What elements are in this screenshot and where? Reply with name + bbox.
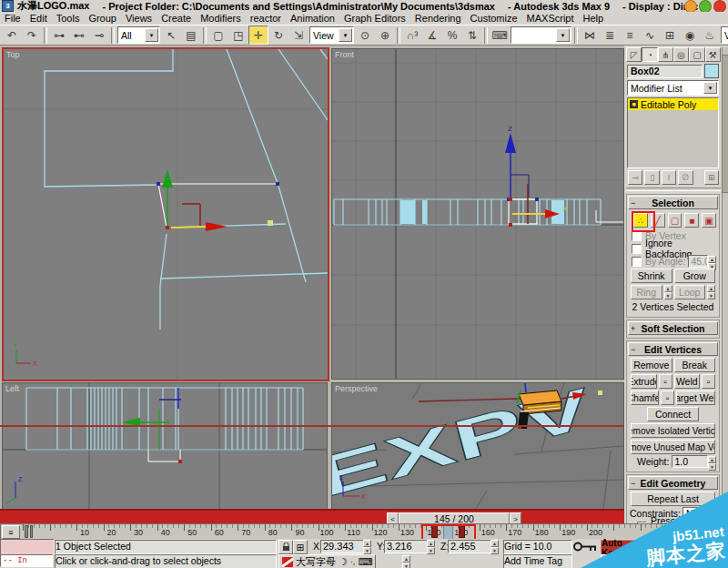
menu-group[interactable]: Group — [84, 13, 121, 25]
ime-toolbar[interactable]: 大写字母 ☽ ·, ⌨ — [278, 554, 376, 568]
viewport-top[interactable]: Top — [2, 47, 329, 381]
object-name-field[interactable]: Box02 — [627, 65, 703, 78]
tab-hierarchy[interactable]: ⋔ — [658, 47, 673, 62]
menu-graph-editors[interactable]: Graph Editors — [339, 13, 410, 25]
select-and-link-button[interactable]: ⊶ — [49, 25, 69, 45]
configure-modifier-sets-button[interactable]: ⊞ — [704, 170, 719, 185]
viewport-perspective-label[interactable]: Perspective — [335, 384, 378, 393]
tab-create[interactable]: ◸ — [626, 47, 642, 62]
keyboard-icon[interactable]: ⌨ — [358, 556, 372, 568]
menu-create[interactable]: Create — [157, 13, 196, 25]
ime-caps-label[interactable]: 大写字母 — [296, 555, 336, 568]
moon-icon[interactable]: ☽ — [339, 556, 348, 568]
absolute-offset-mode-icon[interactable]: ⊞ — [293, 540, 308, 554]
ignore-backfacing-checkbox[interactable] — [632, 244, 642, 254]
chevron-down-icon[interactable]: ▼ — [703, 82, 717, 94]
mirror-button[interactable]: ⋈ — [580, 25, 600, 45]
loop-button[interactable]: Loop — [674, 285, 706, 299]
rectangular-selection-region-button[interactable]: ▢ — [208, 25, 228, 45]
chevron-down-icon[interactable]: ▼ — [339, 28, 352, 42]
ime-logo-icon[interactable] — [282, 557, 293, 567]
y-spinner[interactable]: ▲▼ — [427, 540, 435, 552]
curve-editor-button[interactable]: ∿ — [640, 25, 660, 45]
modifier-stack-item[interactable]: ■ Editable Poly — [628, 98, 718, 110]
tab-modify[interactable]: ◔ — [642, 47, 657, 62]
break-button[interactable]: Break — [674, 358, 716, 372]
polygon-mode-icon[interactable]: ■ — [684, 213, 699, 228]
weld-button[interactable]: Weld — [674, 374, 701, 389]
panel-scrollbar-thumb[interactable] — [722, 55, 728, 193]
snaps-toggle-button[interactable]: ∩³ — [402, 25, 422, 45]
repeat-last-button[interactable]: Repeat Last — [631, 492, 715, 506]
ring-button[interactable]: Ring — [631, 285, 662, 299]
pin-stack-button[interactable]: ⊸ — [628, 170, 642, 185]
app-icon[interactable]: 3 — [2, 0, 14, 12]
viewport-front[interactable]: Front — [331, 48, 624, 380]
modifier-list-dropdown[interactable]: Modifier List ▼ — [627, 80, 719, 96]
selection-filter-dropdown[interactable]: All▼ — [117, 26, 160, 44]
select-object-button[interactable]: ↖ — [161, 25, 181, 45]
selection-lock-icon[interactable] — [278, 540, 293, 554]
tab-utilities[interactable]: ⚒ — [705, 47, 721, 62]
maxscript-mini-listener-macro[interactable] — [0, 539, 55, 555]
unlink-selection-button[interactable]: ⊷ — [69, 25, 89, 45]
shrink-button[interactable]: Shrink — [631, 269, 672, 283]
menu-animation[interactable]: Animation — [286, 13, 339, 25]
by-angle-checkbox[interactable] — [632, 257, 642, 267]
select-and-move-button[interactable]: ✛ — [248, 25, 268, 45]
z-coordinate-field[interactable]: 2.455 — [448, 540, 493, 553]
z-spinner[interactable]: ▲▼ — [490, 540, 499, 552]
remove-button[interactable]: Remove — [631, 358, 672, 372]
by-angle-spinner[interactable]: ▲▼ — [708, 256, 716, 268]
chamfer-settings-button[interactable]: ▫ — [661, 390, 674, 405]
menu-reactor[interactable]: reactor — [246, 13, 286, 25]
trackbar-start-handle[interactable] — [25, 525, 33, 536]
edit-geometry-header[interactable]: − Edit Geometry — [628, 476, 718, 490]
viewport-left-label[interactable]: Left — [5, 384, 19, 393]
reference-coordinate-system-dropdown[interactable]: View▼ — [309, 26, 354, 44]
track-bar-ruler[interactable]: 1020304050607080901001101201301401501601… — [23, 524, 693, 539]
percent-snap-toggle-button[interactable]: % — [442, 25, 462, 45]
weight-spinner[interactable]: ▲▼ — [708, 456, 716, 468]
angle-snap-toggle-button[interactable]: ∡ — [422, 25, 442, 45]
layer-manager-button[interactable]: ≡ — [620, 25, 640, 45]
menu-edit[interactable]: Edit — [25, 13, 52, 25]
viewport-front-label[interactable]: Front — [335, 50, 354, 59]
by-vertex-checkbox[interactable] — [632, 231, 642, 241]
menu-help[interactable]: Help — [579, 13, 609, 25]
viewport-front-canvas[interactable]: Z X — [332, 49, 623, 379]
soft-selection-header[interactable]: + Soft Selection — [628, 321, 718, 335]
vertex-mode-icon[interactable]: ∴ — [633, 213, 648, 228]
menu-file[interactable]: File — [0, 13, 25, 25]
punctuation-icon[interactable]: ·, — [350, 557, 356, 566]
material-editor-button[interactable]: ◉ — [680, 25, 700, 45]
select-and-rotate-button[interactable]: ↻ — [268, 25, 288, 45]
tab-motion[interactable]: ◎ — [673, 47, 689, 62]
named-selection-sets-dropdown[interactable]: ▼ — [511, 26, 571, 44]
loop-spinner[interactable]: ▲▼ — [707, 285, 715, 297]
weld-settings-button[interactable]: ▫ — [702, 374, 715, 389]
title-bar[interactable]: 3 水瀑LOGO.max - Project Folder: C:\Docume… — [0, 0, 728, 12]
border-mode-icon[interactable]: ▢ — [668, 213, 682, 228]
y-coordinate-field[interactable]: 3.216 — [384, 540, 430, 553]
select-by-name-button[interactable]: ▤ — [181, 25, 201, 45]
viewport-perspective-canvas[interactable]: EXPV — [332, 383, 623, 509]
grow-button[interactable]: Grow — [674, 269, 716, 283]
schematic-view-button[interactable]: ⊞ — [660, 25, 680, 45]
spinner-snap-toggle-button[interactable]: ⇅ — [462, 25, 482, 45]
remove-modifier-button[interactable]: ∅ — [678, 170, 693, 185]
viewport-top-label[interactable]: Top — [6, 50, 20, 59]
align-button[interactable]: ≣ — [600, 25, 620, 45]
viewport-left-canvas[interactable]: Z — [3, 383, 327, 509]
menu-rendering[interactable]: Rendering — [410, 13, 466, 25]
redo-button[interactable]: ↷ — [22, 25, 42, 45]
weight-field[interactable]: 1.0 — [672, 455, 708, 468]
bind-to-space-warp-button[interactable]: ⊸ — [89, 25, 109, 45]
viewport-perspective[interactable]: Perspective EXPV — [331, 382, 624, 510]
chamfer-button[interactable]: Chamfer — [631, 390, 659, 405]
target-weld-button[interactable]: Target Weld — [676, 390, 715, 405]
remove-isolated-vertices-button[interactable]: Remove Isolated Vertices — [631, 423, 715, 438]
menu-maxscript[interactable]: MAXScript — [522, 13, 579, 25]
element-mode-icon[interactable]: ▣ — [702, 213, 716, 228]
window-crossing-toggle[interactable]: ◳ — [228, 25, 248, 45]
